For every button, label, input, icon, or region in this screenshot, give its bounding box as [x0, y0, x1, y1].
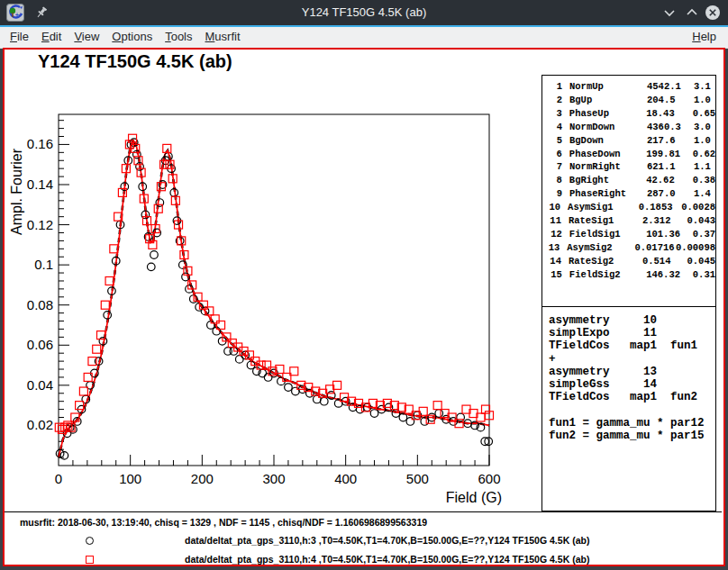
data-point-square	[93, 345, 101, 353]
data-point-circle	[147, 263, 155, 271]
legend-row[interactable]: data/deltat_pta_gps_3110,h:3 ,T0=4.50K,T…	[0, 534, 728, 548]
data-point-square	[79, 387, 87, 395]
legend-text: data/deltat_pta_gps_3110,h:4 ,T0=4.50K,T…	[185, 554, 589, 565]
y-tick-label: 0.1	[34, 257, 53, 272]
y-tick-label: 0.04	[27, 377, 53, 393]
x-axis-title: Field (G)	[446, 490, 502, 505]
theory-box[interactable]: asymmetry 10 simplExpo 11 TFieldCos map1…	[541, 307, 716, 511]
parameter-row: 14RateSig20.5140.045	[542, 255, 715, 268]
parameter-row: 6PhaseDown199.810.62	[542, 148, 715, 161]
application-window: ++ Y124 TF150G 4.5K (ab) FileEditViewOpt…	[0, 0, 728, 570]
status-separator	[5, 511, 722, 512]
data-point-square	[55, 423, 63, 431]
x-tick-label: 0	[55, 471, 62, 486]
y-tick-label: 0.08	[27, 297, 53, 312]
data-point-circle	[435, 410, 443, 418]
y-tick-label: 0.16	[27, 136, 53, 151]
x-tick-label: 100	[119, 471, 141, 486]
fit-status-text: musrfit: 2018-06-30, 13:19:40, chisq = 1…	[20, 517, 705, 528]
parameter-box[interactable]: 1NormUp4542.13.12BgUp204.51.03PhaseUp18.…	[541, 75, 716, 307]
y-tick-label: 0.12	[27, 217, 53, 232]
data-point-circle	[334, 400, 342, 408]
data-point-circle	[392, 410, 400, 418]
y-tick-label: 0.14	[27, 176, 53, 192]
data-point-circle	[320, 397, 328, 405]
parameter-row: 1NormUp4542.13.1	[542, 80, 715, 94]
parameter-row: 8BgRight42.620.38	[542, 174, 715, 187]
data-point-circle	[421, 418, 429, 426]
theory-text: asymmetry 10 simplExpo 11 TFieldCos map1…	[542, 307, 715, 442]
data-point-circle	[399, 413, 407, 421]
parameter-row: 3PhaseUp18.430.65	[542, 107, 715, 121]
x-tick-label: 600	[478, 471, 500, 486]
plot-frame	[59, 114, 489, 466]
x-tick-label: 500	[406, 471, 429, 486]
parameter-row: 15FieldSig2146.320.31	[542, 268, 715, 282]
parameter-row: 11RateSig12.3120.043	[542, 214, 715, 228]
data-point-circle	[406, 418, 414, 426]
parameter-row: 2BgUp204.51.0	[542, 94, 715, 107]
data-point-square	[101, 301, 109, 309]
legend-text: data/deltat_pta_gps_3110,h:3 ,T0=4.50K,T…	[185, 535, 589, 546]
parameter-row: 4NormDown4360.33.0	[542, 121, 715, 134]
x-tick-label: 200	[191, 471, 214, 486]
y-axis-title: Ampl. Fourier	[9, 148, 24, 235]
parameter-row: 9PhaseRight287.01.4	[542, 187, 715, 201]
data-point-square	[105, 276, 114, 285]
parameter-row: 12FieldSig1101.360.37	[542, 228, 715, 241]
data-point-circle	[104, 312, 112, 320]
parameter-row: 13AsymSig20.017160.00098	[542, 241, 715, 255]
data-point-circle	[285, 384, 293, 392]
y-tick-label: 0.06	[27, 337, 53, 352]
parameter-row: 10AsymSig10.18530.0028	[542, 201, 715, 214]
legend-marker-square-icon	[86, 556, 94, 564]
x-tick-label: 400	[334, 471, 357, 486]
legend-marker-circle-icon	[86, 537, 94, 545]
y-tick-label: 0.02	[27, 417, 53, 432]
x-tick-label: 300	[262, 471, 285, 486]
parameter-row: 7NormRight621.11.1	[542, 160, 715, 174]
data-point-circle	[292, 387, 300, 395]
data-point-circle	[235, 356, 243, 364]
data-point-circle	[150, 251, 159, 259]
data-point-circle	[370, 410, 378, 418]
data-point-square	[433, 402, 441, 410]
parameter-row: 5BgDown217.61.0	[542, 134, 715, 148]
legend-row[interactable]: data/deltat_pta_gps_3110,h:4 ,T0=4.50K,T…	[0, 553, 728, 567]
plot-title: Y124 TF150G 4.5K (ab)	[38, 51, 232, 71]
data-point-circle	[314, 395, 322, 403]
